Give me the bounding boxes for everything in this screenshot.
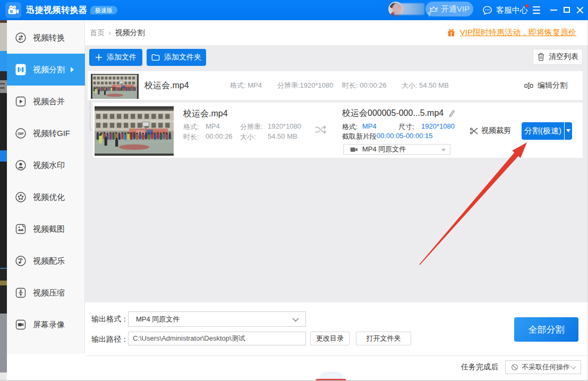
- trash-icon: [537, 53, 545, 61]
- open-vip-button[interactable]: 开通VIP: [425, 2, 473, 16]
- chevron-down-icon: [570, 364, 576, 369]
- sidebar-item-video-snapshot[interactable]: 视频截图: [7, 213, 85, 245]
- split-fast-button[interactable]: 分割(极速): [522, 122, 564, 140]
- file-resolution: 分辨率:1920*1080: [277, 71, 334, 100]
- sidebar-item-video-compress[interactable]: 视频压缩: [7, 277, 85, 309]
- sidebar-item-video-split[interactable]: 视频分割: [7, 54, 85, 86]
- source-format-label: 格式:: [183, 122, 199, 132]
- watermark-icon: [15, 159, 27, 171]
- sidebar-item-label: 视频转换: [33, 33, 65, 43]
- split-fast-label: 分割(极速): [524, 126, 561, 136]
- sidebar-item-screen-record[interactable]: 屏幕录像: [7, 309, 85, 341]
- maximize-button[interactable]: [564, 7, 570, 13]
- add-file-button[interactable]: 添加文件: [89, 49, 142, 66]
- after-task-label: 任务完成后: [461, 362, 498, 372]
- open-folder-label: 打开文件夹: [367, 334, 401, 343]
- row-connector: [90, 101, 90, 130]
- split-all-button[interactable]: 全部分割: [514, 317, 578, 342]
- add-file-label: 添加文件: [107, 53, 137, 62]
- video-crop-button[interactable]: 视频裁剪: [470, 126, 511, 136]
- clip-range: 00:00:05-00:00:15: [377, 132, 433, 140]
- close-button[interactable]: [576, 6, 583, 13]
- edit-split-button[interactable]: 编辑分割: [524, 71, 567, 100]
- output-file-name-row: 校运会000005-000...5.mp4: [342, 108, 455, 119]
- sidebar-item-video-watermark[interactable]: 视频水印: [7, 149, 85, 181]
- sidebar-item-label: 视频优化: [33, 192, 65, 202]
- sidebar-item-label: 屏幕录像: [33, 320, 65, 330]
- output-path-input[interactable]: C:\Users\Administrator\Desktop\测试: [128, 332, 306, 345]
- record-icon: [15, 319, 27, 331]
- sidebar-item-label: 视频配乐: [33, 256, 65, 266]
- change-directory-label: 更改目录: [316, 334, 344, 343]
- divider: [85, 355, 588, 356]
- row-format-value: MP4 同原文件: [362, 145, 406, 154]
- open-folder-button[interactable]: 打开文件夹: [356, 332, 411, 345]
- vip-promo[interactable]: VIP限时特惠活动，即将恢复原价: [447, 20, 576, 45]
- folder-icon: [151, 54, 160, 61]
- app-logo: [5, 2, 21, 18]
- snapshot-icon: [15, 223, 27, 235]
- source-duration-label: 时长:: [183, 132, 199, 142]
- sidebar-item-video-convert[interactable]: 视频转换: [7, 22, 85, 54]
- bottom-bar: 任务完成后 不采取任何操作: [7, 354, 588, 381]
- edit-split-label: 编辑分割: [538, 81, 567, 90]
- source-format: MP4: [206, 122, 220, 130]
- shuffle-icon: [314, 124, 328, 136]
- sidebar-item-label: 视频合并: [33, 97, 65, 107]
- breadcrumb-home[interactable]: 首页: [90, 28, 105, 38]
- sidebar-item-label: 视频截图: [33, 224, 65, 234]
- split-all-label: 全部分割: [529, 324, 565, 336]
- gif-icon: GIF: [15, 128, 27, 139]
- camera-icon: [350, 147, 358, 153]
- scissors-icon: [470, 127, 478, 135]
- service-center[interactable]: 客服中心: [482, 0, 528, 20]
- rename-pencil-icon[interactable]: [448, 110, 455, 117]
- output-dimension-label: 尺寸:: [398, 122, 414, 132]
- breadcrumb-current: 视频分割: [115, 28, 145, 38]
- after-task-select[interactable]: 不采取任何操作: [505, 360, 581, 374]
- split-options-caret-button[interactable]: [565, 122, 572, 140]
- hamburger-menu-button[interactable]: [533, 6, 540, 14]
- sidebar-item-label: 视频压缩: [33, 288, 65, 298]
- chevron-down-icon: [441, 149, 446, 151]
- vip-promo-link[interactable]: VIP限时特惠活动，即将恢复原价: [460, 28, 576, 38]
- output-format-select[interactable]: MP4 同原文件: [128, 311, 306, 327]
- crown-icon: [429, 5, 438, 13]
- convert-icon: [15, 32, 27, 44]
- blurred-face: [392, 5, 403, 13]
- source-file-name: 校运会.mp4: [183, 108, 228, 120]
- sidebar-item-video-optimize[interactable]: 视频优化: [7, 181, 85, 213]
- split-task-row[interactable]: 校运会.mp4 格式: MP4 分辨率: 1920*1080 时长: 00:00…: [93, 103, 583, 158]
- minimize-button[interactable]: [550, 10, 557, 11]
- sidebar-item-video-music[interactable]: 视频配乐: [7, 245, 85, 277]
- sidebar-item-label: 视频转GIF: [33, 129, 70, 139]
- plus-icon: [95, 54, 103, 61]
- add-folder-button[interactable]: 添加文件夹: [147, 49, 206, 66]
- service-center-label: 客服中心: [496, 5, 528, 15]
- breadcrumb: 首页 › 视频分割: [90, 20, 145, 45]
- output-format-label: 输出格式：: [91, 315, 129, 324]
- merge-icon: [15, 96, 27, 107]
- file-row[interactable]: 校运会.mp4 格式: MP4 分辨率:1920*1080 时长: 00:00:…: [88, 71, 583, 100]
- optimize-icon: [15, 191, 27, 203]
- app-title: 迅捷视频转换器: [26, 0, 88, 20]
- row-format-select[interactable]: MP4 同原文件: [343, 144, 450, 155]
- clear-list-button[interactable]: 清空列表: [533, 49, 583, 65]
- sidebar: 视频转换 视频分割 视频合并 GIF 视频转GIF 视频水印: [7, 20, 85, 354]
- sidebar-item-video-merge[interactable]: 视频合并: [7, 86, 85, 117]
- sidebar-item-video-to-gif[interactable]: GIF 视频转GIF: [7, 117, 85, 149]
- video-crop-label: 视频裁剪: [481, 126, 511, 136]
- music-icon: [15, 255, 27, 267]
- change-directory-button[interactable]: 更改目录: [310, 332, 350, 345]
- output-path-label: 输出路径：: [91, 335, 129, 344]
- file-name: 校运会.mp4: [144, 71, 189, 100]
- svg-text:GIF: GIF: [18, 132, 24, 136]
- clear-list-label: 清空列表: [549, 52, 578, 62]
- background-desktop-strip: [0, 20, 7, 381]
- output-format: MP4: [362, 122, 377, 130]
- output-file-name: 校运会000005-000...5.mp4: [342, 108, 444, 119]
- video-camera-icon: [7, 4, 20, 16]
- output-panel: 输出格式： MP4 同原文件 输出路径： C:\Users\Administra…: [85, 302, 588, 354]
- source-size: 54.50 MB: [268, 132, 297, 140]
- source-duration: 00:00:26: [206, 132, 233, 140]
